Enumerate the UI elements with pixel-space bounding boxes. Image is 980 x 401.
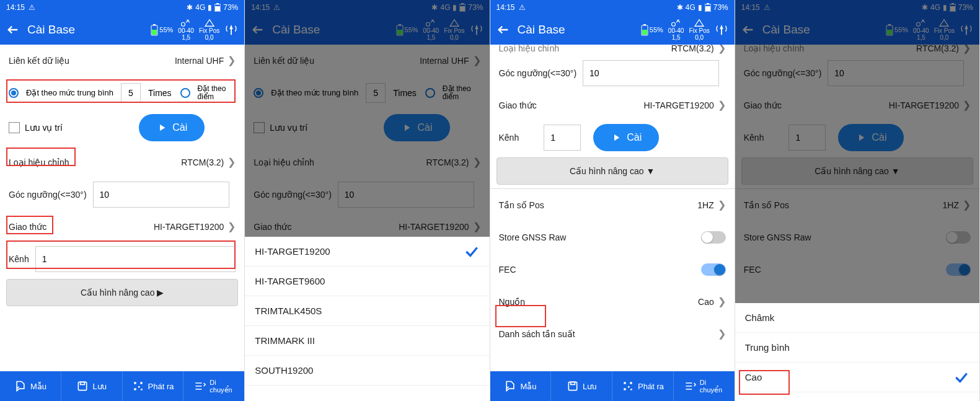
channel-input[interactable] [544, 125, 581, 151]
protocol-sheet: HI-TARGET19200 HI-TARGET9600 TRIMTALK450… [245, 237, 489, 401]
angle-row: Góc ngưỡng(<=30°) [0, 178, 244, 211]
screen-2: 14:15 ⚠ ✱ 4G ▮ 73% Cài Base 55% 00-401,5… [245, 0, 490, 401]
warning-icon: ⚠ [764, 3, 770, 12]
battery-icon [950, 3, 956, 12]
chevron-right-icon: ❯ [227, 156, 236, 168]
title-bar: Cài Base 55% 00-401,5 Fix Pos0,0 [245, 15, 489, 45]
channel-input[interactable] [35, 246, 236, 272]
back-icon[interactable] [741, 23, 755, 37]
source-row[interactable]: NguồnCao❯ [490, 286, 735, 318]
advanced-button[interactable]: Cấu hình nâng cao ▶ [6, 279, 238, 306]
protocol-value: HI-TARGET19200 [154, 222, 224, 232]
warning-icon: ⚠ [519, 3, 526, 12]
svg-rect-34 [630, 389, 632, 390]
warning-icon: ⚠ [29, 3, 35, 12]
radio-point[interactable] [180, 88, 190, 98]
sheet-option[interactable]: SOUTH19200 [245, 356, 489, 386]
calib-row[interactable]: Loại hiệu chỉnhRTCM(3.2)❯ [490, 45, 735, 57]
svg-rect-18 [397, 30, 402, 35]
sheet-option[interactable]: HI-TARGET9600 [245, 267, 489, 296]
sheet-option[interactable]: TRIMTALK450S [245, 296, 489, 326]
antenna-icon [715, 23, 728, 37]
fix-stat: Fix Pos 0,0 [199, 19, 219, 41]
svg-rect-1 [215, 6, 220, 11]
signal-icon: ▮ [208, 3, 212, 12]
advanced-button[interactable]: Cấu hình nâng cao ▼ [497, 157, 728, 185]
svg-rect-30 [624, 382, 625, 384]
sheet-option[interactable]: HI-TARGET19200 [245, 237, 489, 267]
protocol-row[interactable]: Giao thức HI-TARGET19200 ❯ [0, 211, 244, 243]
bottom-bar: Mẫu Lưu Phát ra Di chuyển [0, 371, 244, 401]
svg-rect-22 [705, 6, 710, 11]
angle-input[interactable] [583, 60, 719, 86]
calib-label: Loại hiệu chỉnh [9, 157, 69, 167]
svg-rect-13 [141, 389, 143, 390]
back-icon[interactable] [497, 23, 510, 37]
svg-rect-26 [643, 24, 646, 25]
savepos-row: Lưu vụ trí Cài [0, 109, 244, 146]
radio-avg-label: Đặt theo mức trung bình [26, 88, 113, 97]
freqlist-row[interactable]: Danh sách tần suất❯ [490, 318, 735, 350]
status-bar: 14:15⚠ ✱4G▮73% [490, 0, 735, 15]
sheet-option[interactable]: TRIMMARK III [245, 326, 489, 356]
posfreq-row[interactable]: Tần số Pos1HZ❯ [490, 189, 735, 221]
svg-rect-16 [461, 3, 464, 4]
savepos-checkbox[interactable] [9, 122, 20, 133]
svg-rect-31 [630, 382, 632, 384]
sheet-option[interactable]: Trung bình [735, 333, 979, 363]
svg-point-6 [182, 22, 185, 26]
svg-rect-32 [624, 388, 625, 390]
bluetooth-icon: ✱ [187, 3, 193, 12]
store-toggle[interactable] [701, 231, 726, 244]
set-mode-row: Đặt theo mức trung bình Times Đặt theo đ… [0, 77, 244, 109]
set-button[interactable]: Cài [139, 114, 205, 141]
bb-move[interactable]: Di chuyển [674, 371, 735, 401]
chevron-right-icon: ❯ [227, 221, 236, 232]
content-area: Loại hiệu chỉnhRTCM(3.2)❯ Góc ngưỡng(<=3… [490, 45, 735, 371]
svg-rect-2 [216, 3, 219, 4]
antenna-icon [470, 23, 483, 37]
sheet-option[interactable]: Châmk [735, 303, 979, 333]
bb-save[interactable]: Lưu [61, 371, 123, 401]
set-button[interactable]: Cài [593, 124, 659, 151]
bb-template[interactable]: Mẫu [0, 371, 61, 401]
times-input[interactable] [121, 83, 141, 103]
sheet-option[interactable]: Cao [735, 363, 979, 392]
battery-icon [459, 3, 466, 12]
angle-input[interactable] [93, 182, 229, 208]
protocol-label: Giao thức [9, 222, 46, 232]
datalink-row[interactable]: Liên kết dữ liệu Internal UHF ❯ [0, 45, 244, 77]
angle-row: Góc ngưỡng(<=30°) [490, 57, 735, 89]
calib-row[interactable]: Loại hiệu chỉnh RTCM(3.2) ❯ [0, 146, 244, 178]
screen-3: 14:15⚠ ✱4G▮73% Cài Base 55% 00-401,5 Fix… [490, 0, 735, 401]
svg-rect-29 [571, 382, 575, 384]
svg-rect-4 [152, 30, 157, 35]
bb-move[interactable]: Di chuyển [183, 371, 244, 401]
svg-rect-33 [628, 386, 630, 388]
fec-toggle[interactable] [701, 263, 726, 276]
svg-rect-23 [707, 3, 709, 4]
back-icon[interactable] [6, 23, 20, 37]
bottom-bar: Mẫu Lưu Phát ra Di chuyển [490, 371, 735, 401]
protocol-row[interactable]: Giao thứcHI-TARGET19200❯ [490, 89, 735, 121]
fec-row: FEC [490, 253, 735, 286]
radio-avg[interactable] [9, 88, 19, 98]
chevron-right-icon: ❯ [227, 55, 236, 66]
svg-rect-28 [568, 382, 576, 390]
screen-1: 14:15 ⚠ ✱ 4G ▮ 73% Cài Base 55% 00-40 1,… [0, 0, 245, 401]
channel-row: KênhCài [490, 121, 735, 154]
svg-point-41 [916, 22, 920, 26]
device-battery: 55% [151, 24, 173, 36]
bluetooth-icon: ✱ [677, 3, 683, 12]
status-bar: 14:15 ⚠ ✱ 4G ▮ 73% [0, 0, 244, 15]
bb-template[interactable]: Mẫu [490, 371, 552, 401]
check-icon [464, 244, 480, 260]
bb-emit[interactable]: Phát ra [612, 371, 674, 401]
back-icon[interactable] [251, 23, 265, 37]
svg-rect-40 [888, 24, 891, 25]
bb-save[interactable]: Lưu [551, 371, 612, 401]
svg-rect-8 [81, 382, 85, 384]
bb-emit[interactable]: Phát ra [123, 371, 184, 401]
title-bar: Cài Base 55% 00-401,5 Fix Pos0,0 [735, 15, 979, 45]
antenna-icon [960, 23, 973, 37]
